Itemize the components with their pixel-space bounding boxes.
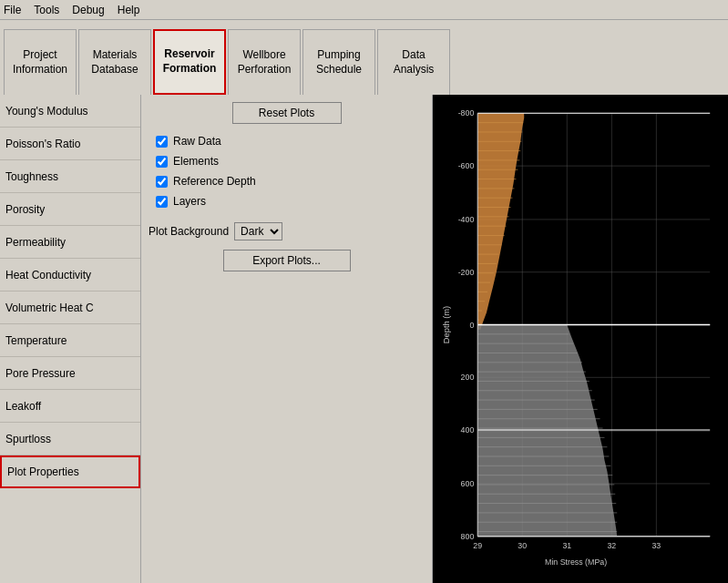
sidebar-item-permeability[interactable]: Permeability <box>0 226 140 259</box>
svg-text:0: 0 <box>469 320 474 329</box>
svg-text:-400: -400 <box>458 215 475 224</box>
checkbox-elements[interactable] <box>156 156 168 168</box>
menu-bar: File Tools Debug Help <box>0 0 728 20</box>
sidebar-item-temperature[interactable]: Temperature <box>0 324 140 357</box>
main-area: Young's Modulus Poisson's Ratio Toughnes… <box>0 95 728 583</box>
menu-help[interactable]: Help <box>118 4 140 16</box>
sidebar-item-spurtloss[interactable]: Spurtloss <box>0 423 140 455</box>
plot-background-label: Plot Background <box>149 225 229 238</box>
sidebar-item-youngs-modulus[interactable]: Young's Modulus <box>0 95 140 128</box>
sidebar-item-heat-conductivity[interactable]: Heat Conductivity <box>0 259 140 292</box>
sidebar-item-volumetric-heat[interactable]: Volumetric Heat C <box>0 292 140 324</box>
export-plots-button[interactable]: Export Plots... <box>223 250 351 271</box>
chart-panel: -800 -600 -400 -200 0 200 400 600 800 29… <box>433 95 728 583</box>
plot-background-select[interactable]: Dark Light <box>234 222 282 240</box>
tab-bar: ProjectInformation MaterialsDatabase Res… <box>0 20 728 95</box>
plot-background-row: Plot Background Dark Light <box>149 222 425 240</box>
reset-plots-button[interactable]: Reset Plots <box>232 102 342 124</box>
svg-text:30: 30 <box>518 541 527 550</box>
sidebar-item-toughness[interactable]: Toughness <box>0 160 140 193</box>
svg-text:800: 800 <box>461 532 475 541</box>
checkbox-raw-data[interactable] <box>156 136 168 148</box>
menu-tools[interactable]: Tools <box>34 4 59 16</box>
label-raw-data: Raw Data <box>173 135 221 148</box>
sidebar: Young's Modulus Poisson's Ratio Toughnes… <box>0 95 141 583</box>
tab-reservoir-formation[interactable]: ReservoirFormation <box>153 29 226 95</box>
center-panel: Reset Plots Raw Data Elements Reference … <box>141 95 433 583</box>
svg-text:-800: -800 <box>458 108 475 118</box>
svg-text:-600: -600 <box>458 161 475 170</box>
svg-text:-200: -200 <box>458 268 475 277</box>
svg-text:200: 200 <box>461 373 475 382</box>
svg-text:400: 400 <box>461 425 475 435</box>
svg-text:33: 33 <box>651 541 661 550</box>
label-reference-depth: Reference Depth <box>173 175 256 188</box>
checkbox-row-raw-data: Raw Data <box>156 133 417 149</box>
sidebar-item-poissons-ratio[interactable]: Poisson's Ratio <box>0 128 140 160</box>
checkbox-row-layers: Layers <box>156 193 417 210</box>
menu-debug[interactable]: Debug <box>72 4 104 16</box>
tab-project-information[interactable]: ProjectInformation <box>4 29 77 95</box>
checkbox-row-reference-depth: Reference Depth <box>156 173 417 189</box>
label-elements: Elements <box>173 155 219 168</box>
svg-text:29: 29 <box>473 541 482 550</box>
checkbox-layers[interactable] <box>156 196 168 208</box>
sidebar-item-pore-pressure[interactable]: Pore Pressure <box>0 357 140 390</box>
sidebar-item-plot-properties[interactable]: Plot Properties <box>0 455 140 488</box>
tab-pumping-schedule[interactable]: PumpingSchedule <box>302 29 375 95</box>
svg-text:31: 31 <box>562 541 571 550</box>
chart-svg: -800 -600 -400 -200 0 200 400 600 800 29… <box>442 104 719 574</box>
svg-text:Min Stress (MPa): Min Stress (MPa) <box>545 557 607 566</box>
menu-file[interactable]: File <box>4 4 21 16</box>
tab-data-analysis[interactable]: DataAnalysis <box>377 29 450 95</box>
sidebar-item-leakoff[interactable]: Leakoff <box>0 390 140 423</box>
tab-wellbore-perforation[interactable]: WellborePerforation <box>228 29 301 95</box>
sidebar-item-porosity[interactable]: Porosity <box>0 193 140 226</box>
checkbox-reference-depth[interactable] <box>156 176 168 188</box>
svg-text:32: 32 <box>607 541 616 550</box>
checkbox-row-elements: Elements <box>156 153 417 169</box>
svg-text:Depth (m): Depth (m) <box>442 306 451 343</box>
label-layers: Layers <box>173 195 206 208</box>
tab-materials-database[interactable]: MaterialsDatabase <box>78 29 151 95</box>
svg-text:600: 600 <box>461 479 475 488</box>
